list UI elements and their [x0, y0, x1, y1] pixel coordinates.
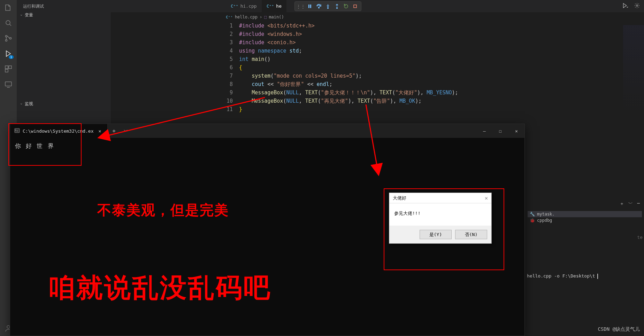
section-variables[interactable]: 变量 — [17, 11, 111, 19]
source-control-icon[interactable] — [4, 34, 13, 42]
svg-point-13 — [328, 8, 329, 9]
panel-more-icon[interactable]: ⋯ — [637, 201, 640, 207]
cpp-icon: C⁺⁺ — [226, 15, 233, 19]
annotation-text-1: 不泰美观，但是完美 — [97, 201, 229, 220]
svg-point-8 — [7, 326, 10, 328]
messagebox-yes-button[interactable]: 是(Y) — [420, 230, 452, 239]
wrench-icon: 🔧 — [530, 212, 535, 217]
new-tab-icon[interactable]: ＋ — [108, 127, 120, 135]
messagebox-body: 参见大佬!!! — [389, 203, 491, 226]
minimap[interactable] — [623, 25, 644, 112]
extensions-icon[interactable] — [4, 65, 13, 73]
terminal-placeholder: te — [526, 232, 644, 243]
vscode-terminal-panel: ＋ ﹀ ⋯ 🔧mytask. 🐞cppdbg te hello.cpp -o F… — [526, 198, 644, 282]
minimize-icon[interactable]: — — [476, 124, 492, 138]
messagebox-title-bar[interactable]: 大佬好 ✕ — [389, 193, 491, 203]
cpp-icon: C⁺⁺ — [267, 4, 274, 9]
svg-point-16 — [636, 5, 638, 7]
close-tab-icon[interactable]: ✕ — [97, 128, 104, 134]
svg-rect-15 — [354, 5, 356, 8]
close-window-icon[interactable]: ✕ — [508, 124, 524, 138]
terminal-window: C:\windows\System32\cmd.ex ✕ ＋ ﹀ — ☐ ✕ 你… — [10, 124, 525, 336]
step-over-icon[interactable] — [316, 3, 322, 9]
remote-icon[interactable] — [4, 80, 13, 88]
sidebar-title: 运行和调试 — [17, 2, 111, 11]
svg-point-0 — [6, 21, 10, 25]
pause-icon[interactable] — [307, 3, 313, 9]
svg-rect-10 — [308, 5, 309, 8]
svg-rect-7 — [5, 82, 12, 86]
run-debug-icon[interactable]: 1 — [4, 49, 13, 58]
svg-rect-5 — [9, 66, 12, 69]
search-icon[interactable] — [4, 19, 13, 27]
cube-icon: ⬚ — [264, 15, 267, 19]
messagebox: 大佬好 ✕ 参见大佬!!! 是(Y) 否(N) — [389, 193, 492, 244]
panel-add-icon[interactable]: ＋ — [620, 201, 624, 207]
code-content[interactable]: #include <bits/stdc++.h>#include <window… — [239, 22, 458, 114]
tab-menu-chevron-icon[interactable]: ﹀ — [120, 128, 131, 134]
files-icon[interactable] — [4, 3, 13, 12]
terminal-titlebar[interactable]: C:\windows\System32\cmd.ex ✕ ＋ ﹀ — ☐ ✕ — [10, 124, 524, 138]
terminal-entry-mytask[interactable]: 🔧mytask. — [528, 211, 642, 217]
section-watch[interactable]: 监视 — [17, 100, 111, 108]
svg-rect-4 — [5, 66, 8, 69]
breadcrumb-symbol: main() — [269, 15, 284, 19]
svg-point-2 — [6, 40, 7, 41]
debug-badge: 1 — [9, 55, 14, 59]
drag-handle-icon[interactable]: ⋮⋮ — [298, 3, 304, 9]
messagebox-title: 大佬好 — [393, 195, 406, 201]
messagebox-footer: 是(Y) 否(N) — [389, 226, 491, 243]
maximize-icon[interactable]: ☐ — [492, 124, 508, 138]
panel-chevron-icon[interactable]: ﹀ — [628, 201, 633, 207]
messagebox-no-button[interactable]: 否(N) — [455, 230, 487, 239]
code-editor[interactable]: 1234567891011 #include <bits/stdc++.h>#i… — [111, 21, 644, 114]
svg-rect-17 — [15, 128, 20, 133]
terminal-entry-cppdbg[interactable]: 🐞cppdbg — [528, 217, 642, 224]
editor-title-actions — [622, 2, 641, 9]
terminal-output-line: hello.cpp -o F:\Desktop\t — [526, 271, 644, 282]
cmd-icon — [14, 128, 20, 134]
editor-tabs: C⁺⁺hi.cpp C⁺⁺he — [111, 0, 644, 12]
svg-point-1 — [6, 36, 7, 37]
breadcrumb-file: hello.cpp — [235, 15, 258, 19]
watermark: CSDN @缺点灵气儿 — [598, 326, 640, 333]
run-dropdown-icon[interactable] — [622, 2, 629, 9]
svg-rect-11 — [310, 5, 311, 8]
line-numbers: 1234567891011 — [220, 22, 239, 114]
debug-controls: ⋮⋮ — [294, 1, 361, 11]
svg-rect-6 — [5, 69, 8, 72]
breadcrumb[interactable]: C⁺⁺ hello.cpp › ⬚ main() — [111, 13, 644, 21]
settings-icon[interactable] — [634, 2, 641, 9]
tab-he[interactable]: C⁺⁺he — [262, 0, 286, 12]
annotation-box-messagebox: 大佬好 ✕ 参见大佬!!! 是(Y) 否(N) — [384, 188, 504, 270]
cpp-icon: C⁺⁺ — [231, 4, 238, 9]
annotation-text-2: 咱就说乱没乱码吧 — [48, 270, 271, 306]
svg-point-3 — [10, 38, 12, 39]
messagebox-close-icon[interactable]: ✕ — [485, 195, 488, 201]
svg-point-14 — [337, 8, 338, 9]
stop-icon[interactable] — [352, 3, 358, 9]
restart-icon[interactable] — [343, 3, 349, 9]
console-output: 你 好 世 界 — [15, 142, 520, 150]
step-into-icon[interactable] — [325, 3, 331, 9]
terminal-body[interactable]: 你 好 世 界 不泰美观，但是完美 咱就说乱没乱码吧 大佬好 ✕ 参见大佬!!!… — [10, 138, 524, 336]
svg-point-12 — [319, 7, 320, 8]
tab-hi-cpp[interactable]: C⁺⁺hi.cpp — [226, 0, 262, 12]
terminal-tab-title: C:\windows\System32\cmd.ex — [23, 128, 94, 134]
terminal-tab[interactable]: C:\windows\System32\cmd.ex ✕ — [10, 124, 108, 138]
bug-icon: 🐞 — [530, 218, 535, 223]
step-out-icon[interactable] — [334, 3, 340, 9]
